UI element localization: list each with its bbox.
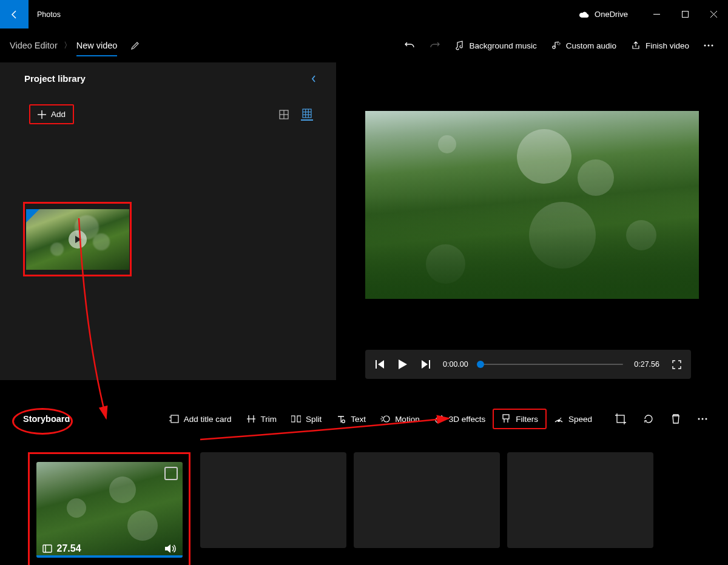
view-large-grid-button[interactable] [278,109,290,121]
storyboard-clip-1[interactable]: 27.54 [28,452,190,565]
svg-point-36 [698,418,700,420]
sparkle-icon [434,414,444,424]
storyboard-title: Storyboard [23,414,70,424]
text-icon [337,415,345,423]
trash-icon [671,413,681,424]
svg-rect-32 [503,415,509,419]
rename-button[interactable] [130,41,140,50]
play-overlay-icon [69,230,87,249]
filters-label: Filters [516,415,538,424]
svg-rect-20 [429,360,430,369]
close-button[interactable] [699,5,728,24]
library-clip-thumbnail[interactable] [23,202,132,276]
play-button[interactable] [397,359,409,369]
filters-icon [502,414,510,424]
minimize-button[interactable] [642,5,671,24]
collapse-library-button[interactable] [311,75,323,83]
svg-rect-35 [617,415,624,423]
background-music-button[interactable]: Background music [448,37,544,54]
svg-rect-27 [291,416,295,422]
next-frame-button[interactable] [420,360,432,369]
more-menu-button[interactable] [696,41,721,50]
pencil-icon [130,41,140,50]
finish-video-button[interactable]: Finish video [624,37,696,54]
redo-icon [430,40,440,51]
grid-3x3-icon [302,109,312,118]
add-title-card-button[interactable]: Add title card [162,410,239,428]
clip-duration: 27.54 [57,543,81,554]
svg-rect-1 [682,12,689,18]
rotate-button[interactable] [635,409,662,429]
seek-handle[interactable] [477,361,484,368]
add-media-button[interactable]: Add [29,104,74,124]
undo-button[interactable] [397,36,422,55]
app-title: Photos [37,10,61,19]
motion-icon [380,415,390,423]
storyboard-empty-slot[interactable] [200,452,346,548]
bg-music-label: Background music [470,41,537,50]
view-small-grid-button[interactable] [301,109,313,121]
project-name[interactable]: New video [76,35,118,56]
speed-label: Speed [568,415,592,424]
volume-icon[interactable] [164,543,177,554]
redo-button[interactable] [422,36,448,55]
storyboard-empty-slot[interactable] [354,452,500,548]
playback-controls: 0:00.00 0:27.56 [365,350,691,379]
prev-frame-button[interactable] [374,360,386,369]
delete-clip-button[interactable] [662,409,689,429]
undo-icon [404,40,415,51]
svg-point-31 [436,418,440,423]
onedrive-status[interactable]: OneDrive [579,10,628,19]
step-back-icon [376,360,384,369]
svg-rect-28 [297,416,301,422]
music-note-icon [455,41,465,50]
grid-2x2-icon [279,110,289,119]
back-button[interactable] [0,0,29,28]
rotate-icon [643,413,654,424]
storyboard-more-button[interactable] [689,413,716,424]
svg-rect-21 [171,415,178,423]
title-card-icon [169,415,179,423]
svg-point-29 [342,420,345,423]
maximize-button[interactable] [671,5,699,24]
svg-point-8 [712,45,713,47]
cloud-icon [579,11,590,18]
motion-button[interactable]: Motion [373,410,427,428]
fullscreen-button[interactable] [670,360,682,369]
svg-point-30 [383,416,389,422]
crop-icon [615,413,626,424]
split-button[interactable]: Split [284,410,329,428]
current-time: 0:00.00 [443,360,468,369]
window-controls [642,5,728,24]
video-preview[interactable] [365,111,699,299]
app-toolbar: Video Editor 〉 New video Background musi… [0,28,728,62]
svg-rect-39 [43,545,52,552]
chevron-right-icon: 〉 [64,40,72,51]
crop-rotate-button[interactable] [607,409,635,429]
storyboard-empty-slot[interactable] [507,452,653,548]
project-library-panel: Project library Add [0,62,336,380]
add-label: Add [51,110,66,119]
3d-effects-button[interactable]: 3D effects [427,410,493,428]
svg-point-37 [702,418,704,420]
main-area: Project library Add [0,62,728,384]
filters-button[interactable]: Filters [493,409,547,429]
preview-panel: 0:00.00 0:27.56 [336,62,728,384]
trim-icon [247,415,255,423]
text-button[interactable]: Text [329,410,373,428]
custom-audio-button[interactable]: Custom audio [544,37,624,54]
breadcrumb-root[interactable]: Video Editor [7,41,60,50]
chevron-left-icon [311,75,317,83]
seek-slider[interactable] [479,364,624,365]
trim-button[interactable]: Trim [239,410,285,428]
speed-icon [554,415,564,423]
speed-button[interactable]: Speed [547,410,599,428]
clip-progress-bar [36,555,183,558]
3d-effects-label: 3D effects [449,415,486,424]
titlebar: Photos OneDrive [0,0,728,28]
clip-select-checkbox[interactable] [164,467,178,480]
export-icon [631,41,641,50]
trim-label: Trim [261,415,277,424]
svg-rect-19 [376,360,377,369]
custom-audio-label: Custom audio [566,41,616,50]
